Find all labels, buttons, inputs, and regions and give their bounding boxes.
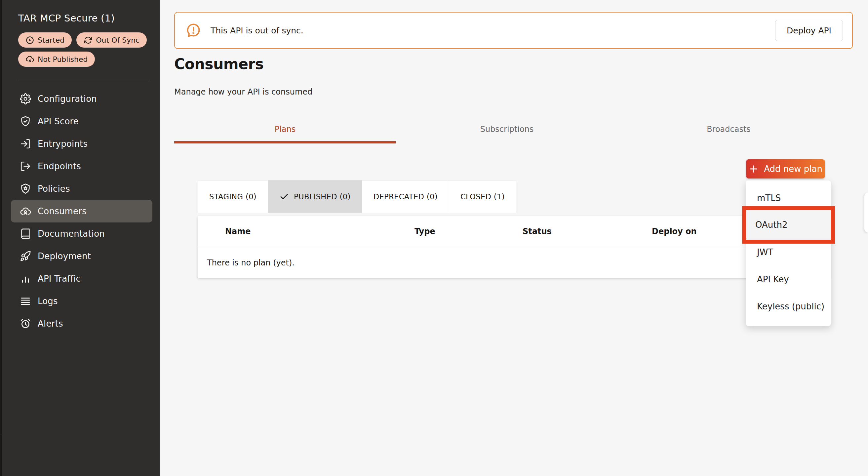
banner-message: This API is out of sync. xyxy=(211,26,304,35)
sidebar-item-label: API Traffic xyxy=(38,274,81,284)
filter-staging[interactable]: STAGING (0) xyxy=(198,181,268,213)
sidebar-item-configuration[interactable]: Configuration xyxy=(11,88,152,110)
status-badge-label: Started xyxy=(38,36,64,44)
status-badge-label: Out Of Sync xyxy=(96,36,140,44)
empty-message: There is no plan (yet). xyxy=(207,258,294,267)
sidebar-item-label: Endpoints xyxy=(38,161,81,171)
api-title: TAR MCP Secure (1) xyxy=(18,12,160,24)
sidebar-item-label: Entrypoints xyxy=(38,139,88,149)
sidebar-nav: Configuration API Score Entrypoints Endp… xyxy=(2,88,160,335)
sidebar-item-label: Configuration xyxy=(38,94,97,104)
sidebar-item-label: Consumers xyxy=(38,206,87,216)
sidebar-item-documentation[interactable]: Documentation xyxy=(11,222,152,245)
sidebar-item-label: API Score xyxy=(38,116,79,126)
log-in-icon xyxy=(20,138,31,150)
table-header-row: Name Type Status Deploy on xyxy=(198,216,830,247)
filter-published[interactable]: PUBLISHED (0) xyxy=(268,181,362,213)
table-empty-row: There is no plan (yet). xyxy=(198,247,830,278)
add-new-plan-label: Add new plan xyxy=(764,164,823,174)
filter-label: DEPRECATED (0) xyxy=(373,192,438,201)
sidebar-item-api-traffic[interactable]: API Traffic xyxy=(11,267,152,290)
rocket-icon xyxy=(20,251,31,262)
filter-label: PUBLISHED (0) xyxy=(294,192,351,201)
right-edge-panel-sliver xyxy=(864,193,868,232)
sidebar: TAR MCP Secure (1) Started Out Of Sync N… xyxy=(0,0,160,476)
plans-table: Name Type Status Deploy on There is no p… xyxy=(198,216,830,278)
sync-icon xyxy=(84,36,93,44)
plan-status-filter-group: STAGING (0) PUBLISHED (0) DEPRECATED (0)… xyxy=(198,180,516,213)
menu-item-keyless[interactable]: Keyless (public) xyxy=(746,293,831,320)
menu-lines-icon xyxy=(20,295,31,307)
tab-broadcasts[interactable]: Broadcasts xyxy=(618,116,840,142)
shield-star-icon xyxy=(20,183,31,194)
plan-type-menu: mTLS OAuth2 JWT API Key Keyless (public) xyxy=(746,181,831,326)
warning-bubble-icon xyxy=(185,23,201,38)
main-content: This API is out of sync. Deploy API Cons… xyxy=(160,0,868,476)
page-title: Consumers xyxy=(174,56,264,72)
out-of-sync-banner: This API is out of sync. Deploy API xyxy=(174,12,853,49)
play-circle-icon xyxy=(26,36,34,44)
sidebar-item-endpoints[interactable]: Endpoints xyxy=(11,155,152,178)
menu-item-api-key[interactable]: API Key xyxy=(746,266,831,293)
api-status-badges: Started Out Of Sync Not Published xyxy=(18,32,153,67)
sidebar-item-label: Policies xyxy=(38,184,70,194)
plus-icon xyxy=(749,164,758,174)
shield-check-icon xyxy=(20,116,31,127)
bar-chart-icon xyxy=(20,273,31,284)
sidebar-item-label: Logs xyxy=(38,296,58,306)
sidebar-item-consumers[interactable]: Consumers xyxy=(11,200,152,222)
sidebar-divider xyxy=(18,80,150,80)
sidebar-item-deployment[interactable]: Deployment xyxy=(11,245,152,267)
sidebar-item-api-score[interactable]: API Score xyxy=(11,110,152,132)
sidebar-item-entrypoints[interactable]: Entrypoints xyxy=(11,132,152,155)
alarm-clock-icon xyxy=(20,318,31,329)
sidebar-item-label: Deployment xyxy=(38,251,91,261)
filter-label: CLOSED (1) xyxy=(460,192,505,201)
sidebar-item-logs[interactable]: Logs xyxy=(11,290,152,312)
app-screen: TAR MCP Secure (1) Started Out Of Sync N… xyxy=(0,0,868,476)
filter-label: STAGING (0) xyxy=(209,192,256,201)
gear-icon xyxy=(20,93,31,104)
filter-closed[interactable]: CLOSED (1) xyxy=(449,181,516,213)
check-icon xyxy=(279,192,289,202)
status-badge-not-published: Not Published xyxy=(18,52,95,67)
add-new-plan-button[interactable]: Add new plan xyxy=(746,159,825,179)
column-header-type: Type xyxy=(414,227,523,236)
deploy-api-button[interactable]: Deploy API xyxy=(775,20,843,41)
cloud-x-icon xyxy=(26,55,34,64)
tab-plans[interactable]: Plans xyxy=(174,116,396,142)
menu-item-oauth2-highlighted[interactable]: OAuth2 xyxy=(742,206,835,244)
filter-deprecated[interactable]: DEPRECATED (0) xyxy=(362,181,449,213)
cloud-user-icon xyxy=(20,205,31,217)
page-subtitle: Manage how your API is consumed xyxy=(174,87,312,97)
sidebar-item-label: Documentation xyxy=(38,229,105,239)
menu-item-oauth2-anchor: OAuth2 xyxy=(746,212,831,239)
status-badge-label: Not Published xyxy=(38,55,88,63)
tab-subscriptions[interactable]: Subscriptions xyxy=(396,116,618,142)
status-badge-out-of-sync: Out Of Sync xyxy=(76,32,147,47)
consumers-tabs: Plans Subscriptions Broadcasts xyxy=(174,116,840,142)
column-header-name: Name xyxy=(198,227,414,236)
rail-divider xyxy=(0,434,2,434)
sidebar-item-alerts[interactable]: Alerts xyxy=(11,312,152,335)
sidebar-item-policies[interactable]: Policies xyxy=(11,178,152,200)
column-header-status: Status xyxy=(523,227,652,236)
log-out-icon xyxy=(20,161,31,172)
book-icon xyxy=(20,228,31,239)
status-badge-started: Started xyxy=(18,32,72,47)
sidebar-item-label: Alerts xyxy=(38,319,63,328)
